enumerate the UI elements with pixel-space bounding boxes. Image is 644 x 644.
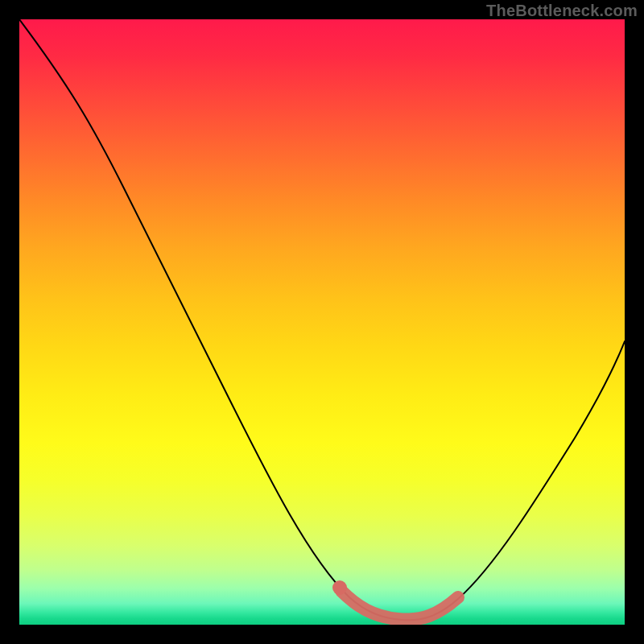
highlight-segment <box>341 591 458 620</box>
gradient-plot-area <box>19 19 625 625</box>
highlight-dot <box>332 580 347 595</box>
watermark-text: TheBottleneck.com <box>486 2 638 20</box>
curve-svg <box>19 19 625 625</box>
bottleneck-curve <box>19 19 625 620</box>
chart-container: TheBottleneck.com <box>0 0 644 644</box>
